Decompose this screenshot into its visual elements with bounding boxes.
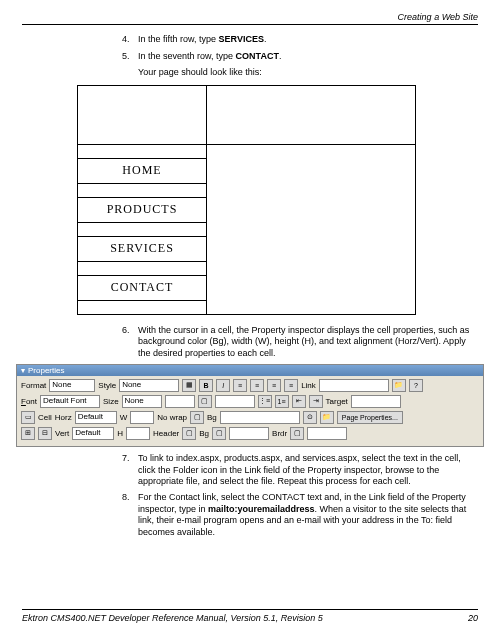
nav-home: HOME bbox=[77, 158, 207, 184]
layout-main bbox=[206, 144, 416, 315]
cell-split-icon[interactable]: ⊞ bbox=[21, 427, 35, 440]
steps-top: 4.In the fifth row, type SERVICES. 5.In … bbox=[122, 33, 478, 79]
size-label: Size bbox=[103, 397, 119, 406]
nowrap-checkbox[interactable]: ▢ bbox=[190, 411, 204, 424]
nowrap-label: No wrap bbox=[157, 413, 187, 422]
color-swatch[interactable]: ▢ bbox=[198, 395, 212, 408]
expand-icon[interactable]: ▾ bbox=[21, 366, 25, 375]
page-footer: Ektron CMS400.NET Developer Reference Ma… bbox=[22, 609, 478, 623]
link-folder-icon[interactable]: 📁 bbox=[392, 379, 406, 392]
step-4: 4.In the fifth row, type SERVICES. bbox=[122, 33, 478, 46]
cell-split2-icon[interactable]: ⊟ bbox=[38, 427, 52, 440]
size-unit[interactable] bbox=[165, 395, 195, 408]
bg-folder-icon[interactable]: 📁 bbox=[320, 411, 334, 424]
style-label: Style bbox=[98, 381, 116, 390]
brdr-swatch[interactable]: ▢ bbox=[290, 427, 304, 440]
bg-label-1: Bg bbox=[207, 413, 217, 422]
nav-services: SERVICES bbox=[77, 236, 207, 262]
bg-color-input[interactable] bbox=[229, 427, 269, 440]
step-8: 8.For the Contact link, select the CONTA… bbox=[122, 492, 478, 539]
header-checkbox[interactable]: ▢ bbox=[182, 427, 196, 440]
layout-top-left bbox=[77, 85, 207, 145]
bg-label-2: Bg bbox=[199, 429, 209, 438]
h-input[interactable] bbox=[126, 427, 150, 440]
nav-contact: CONTACT bbox=[77, 275, 207, 301]
cell-label: Cell bbox=[38, 413, 52, 422]
nav-products: PRODUCTS bbox=[77, 197, 207, 223]
style-select[interactable]: None bbox=[119, 379, 179, 392]
target-label: Target bbox=[326, 397, 348, 406]
layout-nav-col: HOME PRODUCTS SERVICES CONTACT bbox=[77, 145, 207, 315]
bold-button[interactable]: B bbox=[199, 379, 213, 392]
format-select[interactable]: None bbox=[49, 379, 95, 392]
page-header: Creating a Web Site bbox=[22, 12, 478, 25]
italic-button[interactable]: I bbox=[216, 379, 230, 392]
header-label: Header bbox=[153, 429, 179, 438]
bg-browse-icon[interactable]: ⊙ bbox=[303, 411, 317, 424]
align-justify-icon[interactable]: ≡ bbox=[284, 379, 298, 392]
cell-merge-icon[interactable]: ▭ bbox=[21, 411, 35, 424]
bg-input[interactable] bbox=[220, 411, 300, 424]
vert-select[interactable]: Default bbox=[72, 427, 114, 440]
properties-title: Properties bbox=[28, 366, 64, 375]
steps-mid: 6.With the cursor in a cell, the Propert… bbox=[122, 325, 478, 360]
steps-bot: 7.To link to index.aspx, products.aspx, … bbox=[122, 453, 478, 539]
font-select[interactable]: Default Font bbox=[40, 395, 100, 408]
align-right-icon[interactable]: ≡ bbox=[267, 379, 281, 392]
step-7: 7.To link to index.aspx, products.aspx, … bbox=[122, 453, 478, 488]
w-input[interactable] bbox=[130, 411, 154, 424]
brdr-label: Brdr bbox=[272, 429, 287, 438]
target-select[interactable] bbox=[351, 395, 401, 408]
css-button[interactable]: ▦ bbox=[182, 379, 196, 392]
properties-panel: ▾ Properties Format None Style None ▦ B … bbox=[16, 364, 484, 447]
indent-icon[interactable]: ⇥ bbox=[309, 395, 323, 408]
step-5: 5.In the seventh row, type CONTACT. bbox=[122, 50, 478, 63]
brdr-input[interactable] bbox=[307, 427, 347, 440]
layout-preview: HOME PRODUCTS SERVICES CONTACT bbox=[77, 85, 478, 315]
page-properties-button[interactable]: Page Properties... bbox=[337, 411, 403, 424]
footer-left: Ektron CMS400.NET Developer Reference Ma… bbox=[22, 613, 323, 623]
step-sub: Your page should look like this: bbox=[138, 66, 478, 79]
horz-label: Horz bbox=[55, 413, 72, 422]
help-icon[interactable]: ? bbox=[409, 379, 423, 392]
font-label: Font bbox=[21, 397, 37, 406]
link-input[interactable] bbox=[319, 379, 389, 392]
horz-select[interactable]: Default bbox=[75, 411, 117, 424]
vert-label: Vert bbox=[55, 429, 69, 438]
align-center-icon[interactable]: ≡ bbox=[250, 379, 264, 392]
footer-page-number: 20 bbox=[468, 613, 478, 623]
outdent-icon[interactable]: ⇤ bbox=[292, 395, 306, 408]
list-ul-icon[interactable]: ⋮≡ bbox=[258, 395, 272, 408]
color-input[interactable] bbox=[215, 395, 255, 408]
step-6: 6.With the cursor in a cell, the Propert… bbox=[122, 325, 478, 360]
size-select[interactable]: None bbox=[122, 395, 162, 408]
format-label: Format bbox=[21, 381, 46, 390]
w-label: W bbox=[120, 413, 128, 422]
align-left-icon[interactable]: ≡ bbox=[233, 379, 247, 392]
h-label: H bbox=[117, 429, 123, 438]
link-label: Link bbox=[301, 381, 316, 390]
list-ol-icon[interactable]: 1≡ bbox=[275, 395, 289, 408]
properties-titlebar[interactable]: ▾ Properties bbox=[17, 365, 483, 376]
layout-top-right bbox=[206, 85, 416, 145]
bg-swatch[interactable]: ▢ bbox=[212, 427, 226, 440]
